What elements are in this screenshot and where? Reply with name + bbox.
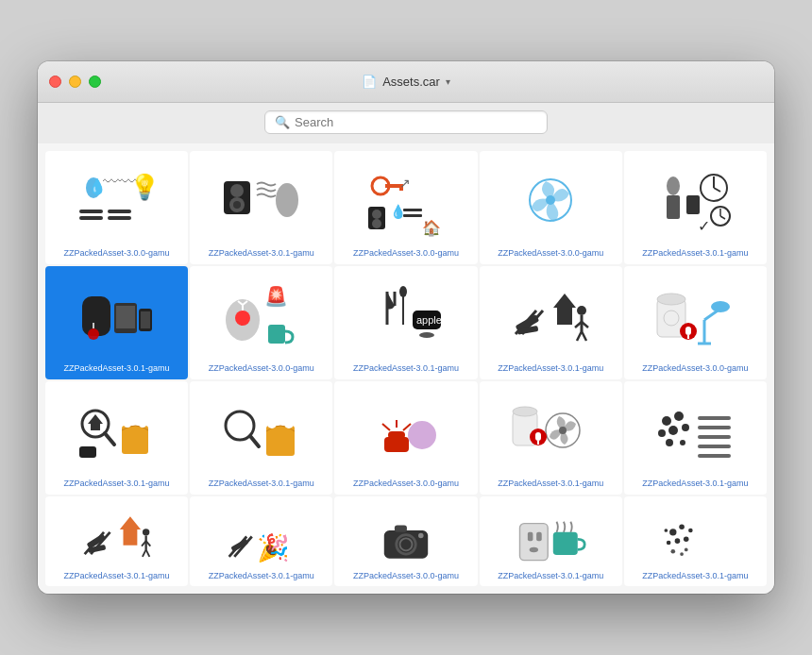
- traffic-lights: [49, 76, 101, 88]
- svg-point-18: [372, 210, 381, 219]
- svg-line-129: [143, 549, 146, 556]
- svg-point-107: [662, 416, 671, 426]
- asset-cell[interactable]: ZZPackedAsset-3.0.0-gamu: [334, 381, 477, 495]
- asset-label: ZZPackedAsset-3.0.0-gamu: [340, 571, 471, 581]
- asset-preview: [630, 276, 761, 360]
- svg-point-77: [711, 301, 730, 312]
- asset-preview: [195, 160, 327, 244]
- svg-marker-82: [88, 414, 103, 424]
- asset-cell[interactable]: ✓ ZZPackedAsset-3.0.1-gamu: [624, 151, 767, 264]
- asset-cell[interactable]: ZZPackedAsset-3.0.1-gamu: [624, 496, 767, 587]
- asset-cell[interactable]: ZZPackedAsset-3.0.1-gamu: [624, 381, 767, 495]
- asset-grid: 💧 〰〰 💡 ZZPackedAsset-3.0.0-gamu: [38, 143, 774, 595]
- asset-label: ZZPackedAsset-3.0.1-gamu: [340, 363, 471, 374]
- svg-point-91: [267, 419, 277, 428]
- main-window: 📄 Assets.car ▾ 🔍 💧 〰〰 💡: [38, 61, 774, 595]
- svg-point-153: [681, 552, 685, 556]
- svg-rect-4: [79, 210, 103, 213]
- svg-point-145: [669, 529, 676, 535]
- asset-label: ZZPackedAsset-3.0.1-gamu: [51, 479, 182, 489]
- asset-label: ZZPackedAsset-3.0.1-gamu: [195, 479, 327, 489]
- svg-point-151: [665, 529, 668, 532]
- svg-point-112: [666, 439, 673, 446]
- svg-point-44: [235, 311, 250, 326]
- svg-line-89: [250, 436, 259, 446]
- asset-preview: [340, 506, 471, 567]
- asset-cell[interactable]: ZZPackedAsset-3.0.1-gamu: [45, 496, 188, 587]
- asset-cell[interactable]: ZZPackedAsset-3.0.1-gamu: [480, 266, 622, 379]
- asset-cell[interactable]: ↗ 💧 🏠 ZZPackedAsset-3.0.0-gamu: [334, 151, 477, 264]
- minimize-button[interactable]: [69, 76, 81, 88]
- close-button[interactable]: [49, 76, 61, 88]
- asset-cell[interactable]: ZZPackedAsset-3.0.0-gamu: [624, 266, 767, 379]
- svg-point-19: [372, 219, 381, 228]
- svg-point-92: [276, 414, 285, 424]
- asset-cell[interactable]: ZZPackedAsset-3.0.1-gamu: [45, 266, 188, 379]
- asset-cell[interactable]: ZZPackedAsset-3.0.1-gamu: [45, 381, 188, 495]
- svg-point-11: [233, 201, 241, 209]
- asset-cell[interactable]: 🎉 ZZPackedAsset-3.0.1-gamu: [190, 496, 332, 587]
- asset-cell[interactable]: ZZPackedAsset-3.0.1-gamu: [190, 381, 332, 495]
- svg-rect-95: [388, 431, 405, 439]
- svg-rect-22: [403, 214, 422, 217]
- asset-label: ZZPackedAsset-3.0.0-gamu: [51, 248, 182, 259]
- asset-label: ZZPackedAsset-3.0.0-gamu: [485, 248, 617, 259]
- svg-rect-116: [698, 435, 731, 439]
- asset-preview: [485, 391, 617, 475]
- svg-rect-140: [520, 523, 549, 560]
- svg-point-111: [682, 424, 689, 431]
- asset-preview: [485, 506, 617, 567]
- svg-marker-62: [553, 294, 576, 308]
- svg-point-93: [284, 419, 294, 428]
- asset-cell[interactable]: apple tv ZZPackedAsset-3.0.1-gamu: [334, 266, 477, 379]
- window-title: Assets.car: [382, 75, 440, 89]
- svg-rect-144: [553, 531, 578, 554]
- asset-label: ZZPackedAsset-3.0.1-gamu: [630, 248, 761, 259]
- svg-point-9: [230, 184, 244, 197]
- asset-preview: [630, 506, 761, 567]
- asset-preview: 🎉: [195, 506, 327, 567]
- svg-rect-40: [116, 306, 135, 328]
- maximize-button[interactable]: [89, 76, 101, 88]
- asset-cell[interactable]: ZZPackedAsset-3.0.1-gamu: [190, 151, 332, 264]
- asset-preview: 💧 〰〰 💡: [51, 160, 182, 244]
- search-icon: 🔍: [275, 115, 290, 129]
- svg-point-149: [684, 536, 689, 542]
- svg-rect-73: [685, 327, 691, 335]
- asset-cell[interactable]: ZZPackedAsset-3.0.1-gamu: [480, 496, 622, 587]
- svg-rect-117: [698, 445, 731, 448]
- asset-cell[interactable]: ZZPackedAsset-3.0.0-gamu: [334, 496, 477, 587]
- svg-rect-114: [698, 416, 731, 420]
- asset-cell[interactable]: 💧 〰〰 💡 ZZPackedAsset-3.0.0-gamu: [45, 151, 188, 264]
- asset-label: ZZPackedAsset-3.0.1-gamu: [51, 571, 182, 581]
- svg-point-84: [124, 420, 131, 428]
- asset-cell[interactable]: 🚨 ZZPackedAsset-3.0.0-gamu: [190, 266, 332, 379]
- svg-point-37: [88, 328, 99, 340]
- svg-text:🚨: 🚨: [264, 285, 288, 308]
- search-input[interactable]: [295, 115, 502, 129]
- asset-preview: [195, 391, 327, 475]
- svg-line-31: [714, 188, 720, 192]
- asset-label: ZZPackedAsset-3.0.1-gamu: [630, 479, 761, 489]
- svg-point-150: [688, 528, 693, 532]
- svg-rect-49: [268, 325, 285, 344]
- asset-cell[interactable]: ZZPackedAsset-3.0.1-gamu: [480, 381, 622, 495]
- svg-point-70: [657, 294, 685, 305]
- svg-line-130: [145, 549, 149, 556]
- asset-cell[interactable]: ZZPackedAsset-3.0.0-gamu: [480, 151, 622, 264]
- svg-rect-21: [403, 209, 422, 211]
- asset-preview: [485, 160, 617, 244]
- svg-rect-5: [79, 216, 103, 220]
- svg-point-146: [680, 524, 685, 529]
- asset-label: ZZPackedAsset-3.0.1-gamu: [485, 479, 617, 489]
- asset-preview: apple tv: [340, 276, 471, 360]
- search-bar-container: 🔍: [38, 103, 774, 143]
- svg-text:✓: ✓: [698, 218, 710, 234]
- asset-preview: [630, 391, 761, 475]
- svg-point-99: [408, 421, 436, 449]
- svg-point-148: [667, 540, 671, 545]
- asset-preview: ✓: [630, 160, 761, 244]
- asset-label: ZZPackedAsset-3.0.0-gamu: [340, 248, 471, 259]
- asset-preview: [51, 276, 182, 360]
- svg-rect-138: [395, 525, 407, 531]
